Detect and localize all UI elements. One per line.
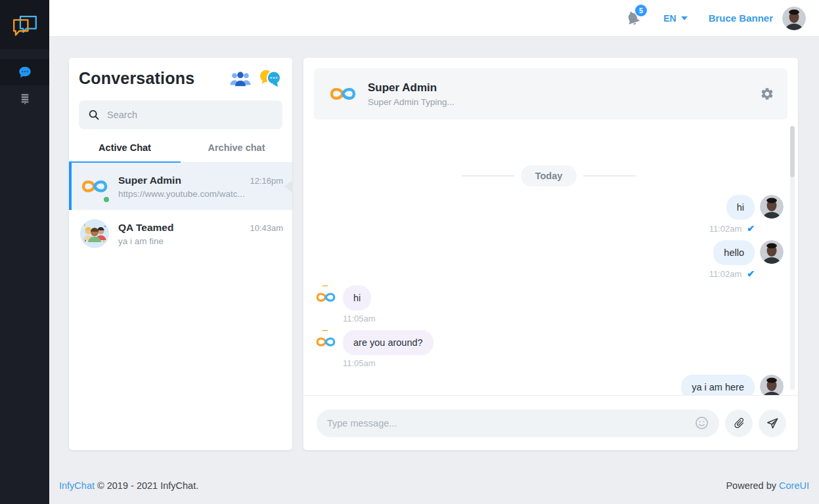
language-dropdown[interactable]: EN [663, 13, 687, 24]
divider-line [462, 175, 514, 177]
top-header: 5 EN Bruce Banner [49, 0, 819, 37]
send-button[interactable] [759, 410, 786, 437]
message-avatar [760, 375, 784, 395]
language-label: EN [663, 13, 676, 24]
brand-logo[interactable] [0, 0, 49, 49]
chat-peer-name: Super Admin [368, 81, 454, 94]
read-check-icon: ✔ [747, 268, 755, 279]
message-input[interactable] [327, 418, 688, 429]
message-time: 11:02am [709, 224, 742, 234]
message-avatar [314, 285, 338, 309]
coreui-link[interactable]: CoreUI [779, 480, 809, 491]
message-meta: 11:05am [343, 314, 784, 324]
message-time: 11:02am [709, 269, 742, 279]
read-check-icon: ✔ [747, 223, 755, 234]
infychat-logo-icon [10, 11, 40, 38]
divider-line [583, 175, 636, 177]
tab-active-chat[interactable]: Active Chat [69, 142, 181, 163]
user-avatar[interactable] [782, 7, 806, 30]
search-bar [79, 100, 282, 129]
user-menu[interactable]: Bruce Banner [709, 12, 773, 24]
footer-copyright: © 2019 - 2021 InfyChat. [97, 480, 198, 491]
conversation-avatar [79, 171, 110, 202]
gear-icon[interactable] [760, 87, 774, 101]
message-avatar [760, 195, 784, 219]
search-icon [88, 109, 100, 121]
message-avatar [314, 330, 338, 354]
date-divider-label: Today [521, 165, 577, 186]
conversations-panel: Conversations Active Chat Archive chat [69, 58, 292, 450]
attach-file-button[interactable] [725, 410, 753, 437]
notification-count-badge: 5 [635, 5, 647, 16]
date-divider: Today [314, 165, 784, 186]
search-input[interactable] [107, 110, 273, 120]
crown-icon [319, 285, 329, 287]
chat-header: Super Admin Super Admin Typing... [314, 68, 787, 119]
chat-scrollbar-thumb[interactable] [790, 126, 795, 177]
footer-right: Powered by CoreUI [726, 480, 809, 491]
chat-scrollbar[interactable] [790, 126, 795, 390]
message-time: 11:05am [343, 358, 376, 368]
conversations-title: Conversations [79, 69, 194, 88]
powered-by-label: Powered by [726, 480, 776, 491]
message-row-incoming: hi [314, 285, 784, 310]
message-input-wrap [317, 410, 719, 437]
app-sidebar [0, 0, 49, 504]
caret-down-icon [681, 16, 688, 20]
conversation-name: QA Teamed [118, 222, 173, 234]
conversation-preview: https://www.youtube.com/watc... [118, 189, 283, 199]
paperclip-icon [733, 417, 745, 429]
conversation-list: Super Admin 12:16pm https://www.youtube.… [69, 163, 292, 257]
conversation-name: Super Admin [118, 175, 181, 186]
message-row-outgoing: hello [314, 240, 784, 265]
send-icon [766, 417, 779, 430]
tab-archive-chat[interactable]: Archive chat [181, 142, 292, 163]
chat-tabs: Active Chat Archive chat [69, 142, 292, 163]
conversation-time: 10:43am [250, 223, 283, 233]
conversation-item-qa-teamed[interactable]: QA Teamed 10:43am ya i am fine [69, 210, 292, 257]
conversation-preview: ya i am fine [118, 236, 283, 246]
message-composer [303, 395, 798, 450]
message-bubble: hi [726, 195, 755, 220]
new-chat-bubbles-icon[interactable] [258, 68, 282, 89]
chat-typing-status: Super Admin Typing... [368, 97, 454, 107]
message-row-outgoing-partial: ya i am here [314, 375, 784, 395]
chat-bubble-icon [18, 65, 32, 79]
message-time: 11:05am [343, 314, 376, 324]
sidebar-item-archive[interactable] [0, 85, 49, 112]
notifications-button[interactable]: 5 [625, 10, 641, 26]
message-bubble: hello [713, 240, 755, 265]
archive-stack-icon [18, 91, 32, 106]
message-meta: 11:02am ✔ [314, 223, 755, 234]
message-bubble: are you around? [343, 330, 433, 355]
message-bubble: hi [343, 285, 371, 310]
page-footer: InfyChat © 2019 - 2021 InfyChat. Powered… [49, 467, 819, 504]
sidebar-item-chats[interactable] [0, 59, 49, 85]
conversation-avatar [79, 218, 110, 249]
conversation-item-super-admin[interactable]: Super Admin 12:16pm https://www.youtube.… [69, 163, 292, 210]
contacts-people-icon[interactable] [229, 70, 252, 87]
message-bubble: ya i am here [681, 375, 755, 395]
message-meta: 11:05am [343, 358, 784, 368]
message-avatar [760, 240, 784, 264]
crown-icon [319, 330, 329, 331]
footer-left: InfyChat © 2019 - 2021 InfyChat. [59, 480, 198, 491]
footer-brand-link[interactable]: InfyChat [59, 480, 95, 491]
chat-peer-avatar [327, 78, 359, 110]
message-meta: 11:02am ✔ [314, 268, 755, 279]
chat-panel: Super Admin Super Admin Typing... Today … [303, 58, 798, 450]
online-status-dot [102, 196, 110, 203]
message-row-incoming: are you around? [314, 330, 784, 355]
smiley-icon[interactable] [695, 416, 709, 430]
message-list: Today hi 11:02am ✔ hello 11:02am ✔ [303, 119, 798, 395]
message-row-outgoing: hi [314, 195, 784, 220]
main-content: Conversations Active Chat Archive chat [49, 37, 819, 504]
conversation-time: 12:16pm [250, 176, 283, 186]
